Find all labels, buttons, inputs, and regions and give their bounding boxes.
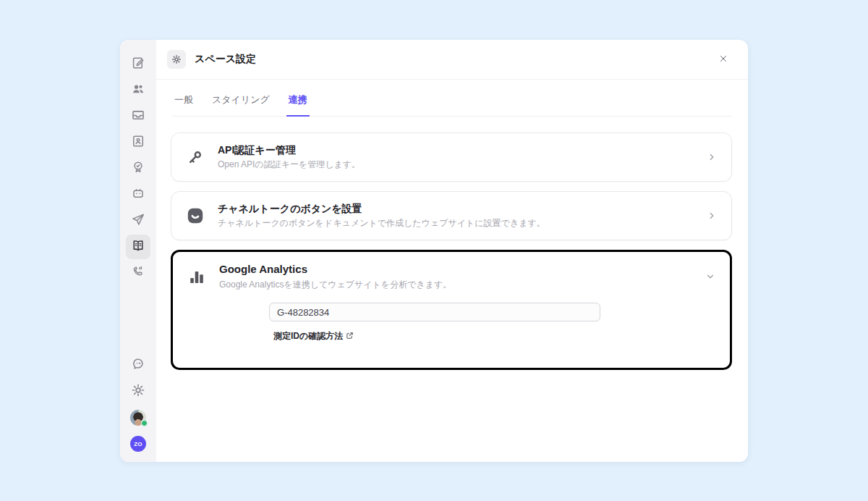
card-title: Google Analytics bbox=[219, 262, 451, 277]
card-text: Google Analytics Google Analyticsを連携してウェ… bbox=[219, 262, 451, 290]
close-icon bbox=[718, 54, 728, 66]
sidebar-item-workspace[interactable]: ZO bbox=[126, 431, 150, 456]
external-link-icon bbox=[346, 332, 354, 342]
modal-header: スペース設定 bbox=[156, 40, 748, 80]
contact-card-icon bbox=[131, 134, 145, 151]
measurement-id-input[interactable] bbox=[269, 303, 600, 321]
modal-title: スペース設定 bbox=[195, 53, 256, 66]
card-row: Google Analytics Google Analyticsを連携してウェ… bbox=[173, 252, 730, 297]
card-text: チャネルトークのボタンを設置 チャネルトークのボタンをドキュメントで作成したウェ… bbox=[218, 202, 545, 230]
help-link-label: 測定IDの確認方法 bbox=[273, 330, 343, 342]
sidebar-item-channel-talk[interactable] bbox=[126, 353, 150, 378]
phone-icon bbox=[131, 264, 145, 282]
tab-general[interactable]: 一般 bbox=[172, 80, 195, 117]
card-subtitle: Open APIの認証キーを管理します。 bbox=[218, 159, 360, 171]
workspace-logo: ZO bbox=[130, 436, 146, 452]
tab-styling[interactable]: スタイリング bbox=[210, 80, 272, 117]
settings-gear-icon bbox=[131, 383, 145, 400]
integrations-content: API認証キー管理 Open APIの認証キーを管理します。 bbox=[156, 117, 748, 370]
api-key-management-card[interactable]: API認証キー管理 Open APIの認証キーを管理します。 bbox=[171, 132, 732, 182]
card-title: API認証キー管理 bbox=[218, 143, 360, 156]
sidebar-item-contacts[interactable] bbox=[126, 78, 150, 103]
measurement-id-help-link[interactable]: 測定IDの確認方法 bbox=[273, 330, 354, 342]
compose-note-icon bbox=[131, 56, 145, 73]
sidebar-item-badge[interactable] bbox=[126, 156, 150, 181]
space-settings-modal: ZO スペース設定 一般 スタイリング 連携 bbox=[120, 40, 748, 462]
sidebar-item-phone[interactable] bbox=[126, 261, 150, 285]
chevron-right-icon bbox=[707, 211, 717, 221]
app-sidebar: ZO bbox=[120, 40, 156, 462]
inbox-icon bbox=[131, 108, 145, 125]
tab-integrations[interactable]: 連携 bbox=[286, 80, 310, 117]
chat-smiley-icon bbox=[131, 357, 145, 374]
card-row: チャネルトークのボタンを設置 チャネルトークのボタンをドキュメントで作成したウェ… bbox=[171, 192, 731, 240]
chevron-down-icon[interactable] bbox=[705, 271, 715, 282]
online-status-dot bbox=[141, 420, 148, 426]
google-analytics-body: 測定IDの確認方法 bbox=[173, 297, 730, 342]
modal-main: スペース設定 一般 スタイリング 連携 bbox=[156, 40, 748, 462]
bot-icon bbox=[131, 186, 145, 203]
sidebar-item-inbox[interactable] bbox=[126, 104, 150, 129]
sidebar-item-profile[interactable] bbox=[126, 405, 150, 430]
sidebar-item-compose[interactable] bbox=[126, 52, 150, 77]
channel-talk-icon bbox=[186, 207, 205, 224]
docs-book-icon bbox=[131, 238, 145, 256]
bar-chart-icon bbox=[187, 268, 206, 285]
google-analytics-card[interactable]: Google Analytics Google Analyticsを連携してウェ… bbox=[171, 250, 732, 370]
sidebar-item-docs[interactable] bbox=[126, 235, 150, 259]
card-text: API認証キー管理 Open APIの認証キーを管理します。 bbox=[218, 143, 360, 171]
send-icon bbox=[131, 212, 145, 230]
settings-tabs: 一般 スタイリング 連携 bbox=[172, 80, 732, 117]
users-icon bbox=[131, 82, 145, 99]
sidebar-item-send[interactable] bbox=[126, 209, 150, 233]
sidebar-item-contact-card[interactable] bbox=[126, 130, 150, 155]
card-subtitle: チャネルトークのボタンをドキュメントで作成したウェブサイトに設置できます。 bbox=[218, 218, 545, 230]
settings-gear-badge bbox=[167, 50, 186, 69]
card-row: API認証キー管理 Open APIの認証キーを管理します。 bbox=[171, 133, 731, 181]
chevron-right-icon bbox=[707, 152, 717, 162]
card-title: チャネルトークのボタンを設置 bbox=[218, 202, 545, 215]
sidebar-item-bot[interactable] bbox=[126, 182, 150, 207]
channel-talk-button-card[interactable]: チャネルトークのボタンを設置 チャネルトークのボタンをドキュメントで作成したウェ… bbox=[171, 191, 732, 240]
card-subtitle: Google Analyticsを連携してウェブサイトを分析できます。 bbox=[219, 279, 451, 291]
key-icon bbox=[186, 148, 205, 166]
user-avatar bbox=[130, 410, 146, 426]
sidebar-item-settings[interactable] bbox=[126, 379, 150, 404]
close-button[interactable] bbox=[715, 51, 732, 68]
badge-check-icon bbox=[131, 160, 145, 177]
